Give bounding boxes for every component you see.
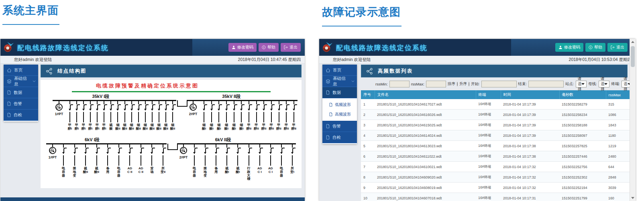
sidebar-item-high-freq-waveform[interactable]: 高频波形 [322, 110, 357, 119]
feeder-label: 烟酸I [216, 124, 222, 131]
site-select[interactable]: 请选择 [576, 81, 587, 87]
app-title: 配电线路故障选线定位系统 [17, 43, 109, 53]
bus-select[interactable]: 请选择 [599, 81, 610, 87]
feeder: ADC I [257, 144, 263, 181]
scroll-down-arrow[interactable] [630, 195, 636, 201]
sort-asc-radio[interactable] [457, 82, 458, 86]
app-logo-icon [3, 41, 15, 55]
sidebar-item-self-check[interactable]: 自检 [4, 110, 38, 121]
cell-time: 2018-01-04 10:17:39 [501, 130, 559, 141]
sidebar-item-alarm[interactable]: 告警 [322, 121, 357, 132]
sidebar-item-self-check[interactable]: 自检 [322, 132, 357, 143]
file-icon [326, 135, 330, 140]
change-password-label: 修改密码 [564, 45, 580, 50]
feeder-label: 甲醇II [291, 124, 296, 131]
feeder-label: 接地变 [72, 167, 77, 177]
cell-no: 1 [361, 99, 375, 110]
info-icon [262, 45, 266, 49]
feeder: 电容器 [116, 144, 122, 177]
feeder-label: 电容器 [279, 167, 284, 177]
feeder-label: 甲醇I [102, 124, 107, 131]
layers-icon [7, 79, 12, 84]
select-value: 请选择 [624, 76, 628, 92]
feeder: 甲醇I [67, 101, 73, 131]
cell-terminal: 16#终端 [476, 183, 501, 193]
nodes-icon [46, 68, 53, 75]
top-bar: 配电线路故障选线定位系统 修改密码 帮助 退出 [0, 39, 305, 56]
col-header-time: 时间 [501, 90, 559, 99]
file-icon [7, 90, 11, 95]
feeder-label: 烟酸I [209, 124, 214, 131]
bus-label: 35kV I段 [92, 93, 110, 99]
sort-desc-radio[interactable] [469, 82, 469, 86]
help-button[interactable]: 帮助 [585, 43, 605, 52]
feeder-label: 烟酸II [143, 124, 148, 131]
sidebar-item-data[interactable]: 数据 [322, 87, 357, 98]
sidebar-item-data[interactable]: 数据 [4, 87, 38, 98]
sidebar-label: 首页 [333, 67, 341, 73]
sidebar-item-home[interactable]: 首页 [4, 65, 38, 76]
feeder: 备用 [105, 144, 110, 177]
change-password-button[interactable]: 修改密码 [555, 43, 583, 52]
hf-data-table: 序号 文件名 终端 时间 毫秒数 rssMax 操作 1201801/S10_1… [361, 90, 630, 201]
file-icon [326, 124, 330, 128]
help-button[interactable]: 帮助 [259, 43, 279, 52]
scrollbar-thumb[interactable] [631, 46, 635, 67]
cell-no: 6 [361, 151, 375, 162]
feeder: 甲醇I [88, 101, 93, 131]
cell-terminal: 16#终端 [476, 99, 501, 110]
footer-bar [0, 197, 305, 201]
cell-terminal: 16#终端 [476, 172, 501, 183]
sidebar-item-basic-info[interactable]: 基础信息 [4, 76, 38, 87]
greeting-text: 您好admin 欢迎登陆 [14, 57, 52, 63]
vertical-scrollbar[interactable] [630, 39, 636, 201]
scroll-up-arrow[interactable] [630, 39, 636, 45]
feeder-label: 甲醇II [269, 124, 274, 131]
feeder-label: 甲醇II [284, 124, 289, 131]
table-row: 2201801/S10_1620180104104616026.wdt16#终端… [361, 110, 630, 120]
logout-button[interactable]: 退出 [281, 43, 301, 52]
table-row: 1201801/S10_1620180104104617027.wdt16#终端… [361, 99, 630, 110]
rssmin-label: rssMin: [375, 82, 388, 86]
sidebar-item-low-freq-waveform[interactable]: 低频波形 [322, 100, 357, 110]
sidebar-label: 自检 [14, 112, 22, 118]
cell-ms: 1515032257825 [559, 141, 606, 151]
pt-symbol: 1#PT [47, 144, 58, 159]
cell-terminal: 16#终端 [476, 141, 501, 151]
status-bar: 您好admin 欢迎登陆 2018年01月04日 10:53:04 星期四 [319, 56, 636, 64]
select-value: 请选择 [578, 76, 582, 92]
end-time-input[interactable] [528, 81, 564, 87]
table-row: 3201801/S10_1620180104104615025.wdt16#终端… [361, 120, 630, 130]
cell-ms: 1515032258279 [559, 99, 606, 110]
rssmax-input[interactable] [426, 81, 446, 87]
cell-filename: 201801/S10_1620180104104607018.wdt [375, 193, 476, 201]
feeder-label: 甲醇I [67, 124, 73, 131]
start-time-input[interactable] [481, 81, 517, 87]
user-icon [232, 45, 236, 49]
change-password-button[interactable]: 修改密码 [228, 43, 257, 52]
sidebar-item-alarm[interactable]: 告警 [4, 98, 38, 110]
logout-button[interactable]: 退出 [607, 43, 628, 52]
cell-no: 9 [361, 183, 375, 193]
sidebar-label: 基础信息 [333, 76, 349, 87]
rssmin-input[interactable] [389, 81, 410, 87]
sidebar-item-home[interactable]: 首页 [322, 65, 357, 76]
sidebar-item-basic-info[interactable]: 基础信息 [322, 76, 357, 87]
cell-rssmax: 644 [606, 162, 630, 172]
feeder-label: 电容器 [61, 167, 66, 177]
cell-terminal: 16#终端 [476, 162, 501, 172]
feeder-label: 烟酸I [202, 124, 207, 131]
cell-filename: 201801/S10_1620180104104613023.wdt [375, 141, 476, 151]
cell-filename: 201801/S10_1620180104104608019.wdt [375, 183, 476, 193]
feeder-label: 烟酸II [170, 124, 175, 131]
feeder: 甲醇II [269, 101, 274, 131]
feeder-group: 烟酸I烟酸I烟酸I烟酸I烟酸I烟酸I甲醇II甲醇II甲醇II甲醇II甲醇II甲醇… [201, 101, 297, 131]
feeder: 电容器 [279, 144, 284, 181]
feeder: 烟酸II [129, 101, 135, 131]
bus-label: 6kV II段 [215, 137, 231, 143]
help-label: 帮助 [594, 45, 602, 50]
cell-terminal: 16#终端 [476, 120, 501, 130]
feeder: 电容器 [61, 144, 66, 177]
cell-no: 5 [361, 141, 375, 151]
feeder: 烟酸II [136, 101, 141, 131]
